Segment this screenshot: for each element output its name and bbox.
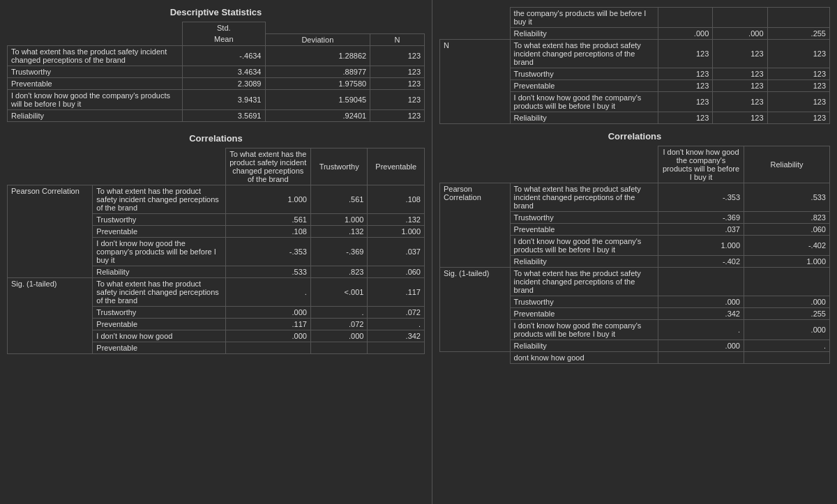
right-panel: the company's products will be before I …: [432, 0, 837, 504]
table-row: Reliability .000 .000 .255: [440, 28, 830, 40]
top-continuation-table: the company's products will be before I …: [439, 7, 830, 124]
table-row: Sig. (1-tailed) To what extent has the p…: [440, 268, 830, 296]
table-row: N To what extent has the product safety …: [440, 40, 830, 68]
table-row: I don't know how good the company's prod…: [8, 89, 425, 109]
table-row: Pearson Correlation To what extent has t…: [440, 183, 830, 212]
table-row: the company's products will be before I …: [440, 8, 830, 28]
descriptive-table: Std. Mean Deviation N To what extent has…: [7, 22, 425, 122]
table-row: Pearson Correlation To what extent has t…: [8, 185, 425, 213]
correlations-title-left: Correlations: [7, 133, 425, 144]
descriptive-title: Descriptive Statistics: [7, 7, 425, 17]
table-row: Sig. (1-tailed) To what extent has the p…: [8, 277, 425, 306]
table-row: Preventable 2.3089 1.97580 123: [8, 77, 425, 89]
table-row: Reliability 3.5691 .92401 123: [8, 109, 425, 121]
correlations-table-left: To what extent has the product safety in…: [7, 148, 425, 354]
table-row: dont know how good: [440, 352, 830, 364]
correlations-table-right: I don't know how good the company's prod…: [439, 146, 830, 364]
table-row: To what extent has the product safety in…: [8, 45, 425, 66]
correlations-title-right: Correlations: [439, 131, 830, 142]
table-row: Trustworthy 3.4634 .88977 123: [8, 66, 425, 77]
left-panel: Descriptive Statistics Std. Mean Deviati…: [0, 0, 432, 504]
